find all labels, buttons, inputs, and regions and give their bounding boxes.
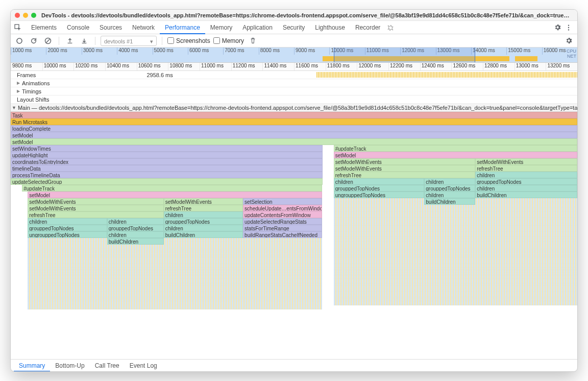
timeline-ruler[interactable]: 9800 ms10000 ms10200 ms10400 ms10600 ms1… — [11, 63, 577, 71]
minimize-icon[interactable] — [23, 13, 28, 18]
flame-entry[interactable]: refreshTree — [164, 205, 243, 211]
flame-entry[interactable]: buildChildren — [164, 231, 243, 238]
disclosure-icon[interactable]: ▼ — [12, 105, 16, 110]
detail-tab-event-log[interactable]: Event Log — [125, 360, 162, 372]
flame-entry[interactable]: buildChildren — [475, 192, 577, 198]
screenshots-checkbox[interactable]: Screenshots — [167, 37, 210, 44]
flame-entry[interactable]: Run Microtasks — [11, 118, 577, 125]
tab-console[interactable]: Console — [62, 21, 94, 34]
flame-entry[interactable]: setModelWithEvents — [475, 158, 577, 165]
tab-lighthouse[interactable]: Lighthouse — [310, 21, 350, 34]
tab-sources[interactable]: Sources — [94, 21, 127, 34]
flame-entry[interactable]: grouppedTopNodes — [28, 225, 107, 231]
flame-chart[interactable]: TaskRun MicrotasksloadingCompletesetMode… — [11, 112, 577, 359]
disclosure-icon[interactable]: ▶ — [17, 89, 20, 93]
flame-entry[interactable]: buildRangeStatsCacheIfNeeded — [243, 231, 322, 238]
ruler-tick: 10600 ms — [137, 63, 168, 70]
animations-track[interactable]: ▶Animations — [11, 79, 577, 87]
flame-entry[interactable]: statsForTimeRange — [243, 225, 322, 231]
tab-network[interactable]: Network — [127, 21, 160, 34]
flame-entry[interactable]: grouppedTopNodes — [107, 225, 164, 231]
flame-entry[interactable]: ungrouppedTopNodes — [28, 231, 107, 238]
flame-entry[interactable]: children — [107, 218, 164, 225]
more-icon[interactable] — [563, 22, 574, 33]
flame-entry[interactable]: Task — [11, 112, 577, 118]
settings-icon[interactable] — [552, 22, 563, 33]
flame-entry[interactable]: grouppedTopNodes — [475, 178, 577, 185]
layout-shifts-track[interactable]: Layout Shifts — [11, 96, 577, 104]
detail-tab-call-tree[interactable]: Call Tree — [90, 360, 125, 372]
flame-entry[interactable]: grouppedTopNodes — [164, 218, 243, 225]
timings-track[interactable]: ▶Timings — [11, 87, 577, 96]
profile-select[interactable]: devtools #1 — [101, 36, 157, 46]
flame-entry[interactable]: setModelWithEvents — [28, 205, 163, 211]
flame-entry[interactable]: children — [475, 172, 577, 178]
detail-tabs: SummaryBottom-UpCall TreeEvent Log — [11, 359, 577, 371]
reload-icon[interactable] — [28, 35, 39, 46]
flame-entry[interactable]: processTimelineData — [11, 172, 323, 178]
flame-entry[interactable]: setModel — [334, 152, 577, 158]
flame-entry[interactable]: updateContentsFromWindow — [243, 211, 322, 218]
flame-entry[interactable]: scheduleUpdate…entsFromWindow — [243, 205, 322, 211]
flame-entry[interactable]: setModelWithEvents — [164, 198, 243, 205]
detail-tab-summary[interactable]: Summary — [14, 360, 50, 372]
flame-entry[interactable]: #updateTrack — [334, 145, 577, 152]
flame-entry[interactable]: children — [164, 211, 243, 218]
detail-tab-bottom-up[interactable]: Bottom-Up — [50, 360, 89, 372]
flame-entry[interactable]: children — [475, 185, 577, 192]
flame-entry[interactable]: setModel — [28, 192, 322, 198]
memory-checkbox[interactable]: Memory — [213, 37, 244, 44]
flame-entry[interactable]: setWindowTimes — [11, 145, 323, 152]
flame-entry[interactable]: ungrouppedTopNodes — [334, 192, 425, 198]
flame-entry[interactable]: setModelWithEvents — [334, 165, 476, 172]
tab-application[interactable]: Application — [237, 21, 278, 34]
flame-entry[interactable]: refreshTree — [475, 165, 577, 172]
flame-entry[interactable]: children — [334, 178, 425, 185]
tab-recorder[interactable]: Recorder — [350, 21, 385, 34]
overview-tick: 1000 ms — [11, 47, 46, 55]
flame-entry[interactable]: children — [28, 218, 107, 225]
ruler-tick: 11800 ms — [326, 63, 357, 70]
inspect-icon[interactable] — [14, 23, 22, 32]
window-title: DevTools - devtools://devtools/bundled/d… — [41, 12, 573, 18]
tab-performance[interactable]: Performance — [160, 21, 205, 34]
zoom-icon[interactable] — [31, 13, 36, 18]
traffic-lights — [15, 13, 36, 18]
disclosure-icon[interactable]: ▶ — [17, 81, 20, 85]
flame-entry[interactable]: buildChildren — [424, 198, 475, 205]
flame-entry[interactable]: timelineData — [11, 165, 323, 172]
flame-entry[interactable]: refreshTree — [334, 172, 476, 178]
close-icon[interactable] — [15, 13, 20, 18]
tab-elements[interactable]: Elements — [26, 21, 62, 34]
flame-entry[interactable]: setModel — [11, 132, 577, 138]
flame-entry[interactable]: refreshTree — [28, 211, 163, 218]
flame-entry[interactable]: children — [424, 192, 475, 198]
flame-entry[interactable]: updateSelectedGroup — [11, 178, 323, 185]
flame-entry[interactable]: buildChildren — [107, 238, 164, 245]
clear-icon[interactable] — [42, 35, 54, 46]
flame-entry[interactable]: children — [424, 178, 475, 185]
flame-entry[interactable]: #updateTrack — [22, 185, 322, 192]
timeline-overview[interactable]: 1000 ms2000 ms3000 ms4000 ms5000 ms6000 … — [11, 47, 577, 63]
tab-security[interactable]: Security — [278, 21, 310, 34]
flame-entry[interactable]: children — [107, 231, 164, 238]
flame-entry[interactable]: setModelWithEvents — [334, 158, 476, 165]
flame-entry[interactable]: loadingComplete — [11, 125, 577, 132]
flame-entry[interactable]: children — [164, 225, 243, 231]
flame-entry[interactable]: setModelWithEvents — [28, 198, 163, 205]
record-icon[interactable] — [14, 35, 25, 46]
upload-icon[interactable] — [64, 35, 76, 46]
frames-track[interactable]: Frames 2958.6 ms — [11, 71, 577, 79]
main-thread-header[interactable]: ▼Main — devtools://devtools/bundled/devt… — [11, 104, 577, 112]
flame-entry[interactable]: grouppedTopNodes — [334, 185, 425, 192]
capture-settings-icon[interactable] — [563, 35, 574, 46]
flame-entry[interactable]: updateSelectedRangeStats — [243, 218, 322, 225]
flame-entry[interactable]: coordinatesToEntryIndex — [11, 158, 323, 165]
flame-entry[interactable]: grouppedTopNodes — [424, 185, 475, 192]
flame-entry[interactable]: setModel — [11, 138, 577, 145]
flame-entry[interactable]: setSelection — [243, 198, 322, 205]
tab-memory[interactable]: Memory — [205, 21, 237, 34]
download-icon[interactable] — [79, 35, 90, 46]
trash-icon[interactable] — [247, 35, 258, 46]
flame-entry[interactable]: updateHighlight — [11, 152, 323, 158]
